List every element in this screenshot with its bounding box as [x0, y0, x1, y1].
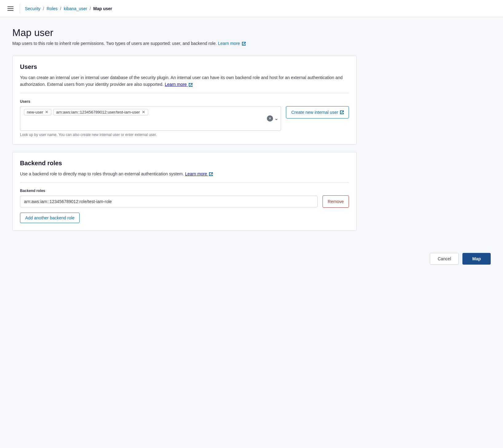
backend-role-input[interactable]: [20, 196, 318, 207]
user-tag-iam-user: arn:aws:iam::123456789012:user/test-iam-…: [53, 109, 148, 115]
users-input-hint: Look up by user name. You can also creat…: [20, 133, 281, 137]
breadcrumb-current: Map user: [93, 6, 112, 11]
backend-roles-section-title: Backend roles: [20, 160, 349, 167]
breadcrumb-security[interactable]: Security: [25, 6, 41, 11]
cancel-button[interactable]: Cancel: [430, 253, 459, 265]
footer-actions: Cancel Map: [0, 248, 503, 270]
create-internal-user-button[interactable]: Create new internal user: [286, 106, 349, 118]
page-description: Map users to this role to inherit role p…: [12, 41, 357, 46]
breadcrumb: Security / Roles / kibana_user / Map use…: [25, 6, 112, 11]
user-tag-new-user-remove[interactable]: ✕: [45, 110, 49, 114]
backend-role-row: Remove: [20, 195, 349, 208]
users-section-description: You can create an internal user in inter…: [20, 74, 349, 88]
backend-roles-section-card: Backend roles Use a backend role to dire…: [12, 152, 357, 231]
backend-roles-learn-more-link[interactable]: Learn more: [185, 171, 213, 176]
users-learn-more-link[interactable]: Learn more: [165, 82, 192, 87]
backend-external-link-icon: [209, 172, 213, 176]
users-section-card: Users You can create an internal user in…: [12, 56, 357, 145]
remove-backend-role-button[interactable]: Remove: [323, 195, 349, 208]
page-title: Map user: [12, 27, 357, 38]
backend-roles-section-description: Use a backend role to directly map to ro…: [20, 170, 349, 177]
external-link-icon: [242, 42, 246, 46]
hamburger-menu[interactable]: [5, 4, 16, 13]
nav-divider: [20, 4, 20, 14]
users-external-link-icon: [189, 83, 192, 87]
backend-roles-divider: [20, 182, 349, 182]
main-content: Map user Map users to this role to inher…: [0, 17, 369, 248]
user-tag-iam-user-remove[interactable]: ✕: [142, 110, 145, 114]
combo-actions: ✕ ⌄: [267, 115, 278, 122]
breadcrumb-roles[interactable]: Roles: [46, 6, 57, 11]
page-learn-more-link[interactable]: Learn more: [218, 41, 246, 46]
users-divider: [20, 93, 349, 93]
create-user-external-icon: [340, 110, 344, 114]
breadcrumb-kibana-user[interactable]: kibana_user: [64, 6, 87, 11]
users-inner: new-user ✕ arn:aws:iam::123456789012:use…: [20, 106, 349, 137]
map-button[interactable]: Map: [462, 253, 491, 265]
user-tag-new-user: new-user ✕: [24, 109, 51, 115]
users-combo-box[interactable]: new-user ✕ arn:aws:iam::123456789012:use…: [20, 106, 281, 131]
add-backend-role-button[interactable]: Add another backend role: [20, 213, 80, 223]
top-nav: Security / Roles / kibana_user / Map use…: [0, 0, 503, 17]
users-input-area: new-user ✕ arn:aws:iam::123456789012:use…: [20, 106, 281, 137]
users-section-title: Users: [20, 63, 349, 70]
backend-roles-field-label: Backend roles: [20, 189, 349, 193]
combo-clear-button[interactable]: ✕: [267, 115, 273, 122]
combo-dropdown-icon[interactable]: ⌄: [274, 115, 278, 121]
users-field-label: Users: [20, 99, 349, 104]
